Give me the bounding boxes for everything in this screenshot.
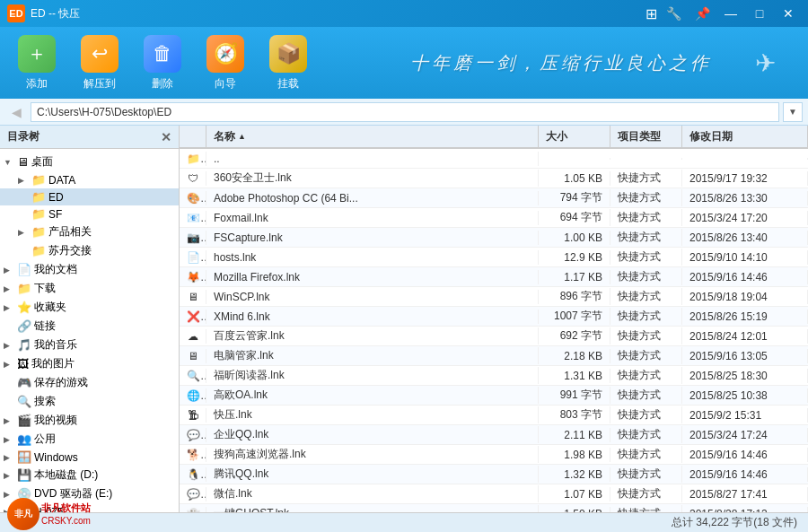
file-cell-type: 快捷方式 bbox=[610, 170, 682, 187]
tree-folder-icon: 📁 bbox=[31, 173, 46, 187]
table-row[interactable]: 🌐 高欧OA.lnk 991 字节 快捷方式 2015/8/25 10:38 bbox=[180, 386, 808, 406]
tree-item[interactable]: ▶🎬我的视频 bbox=[0, 411, 179, 430]
table-row[interactable]: 💬 微信.lnk 1.07 KB 快捷方式 2015/8/27 17:41 bbox=[180, 484, 808, 504]
file-cell-name: WinSCP.lnk bbox=[206, 290, 539, 304]
file-cell-date: 2015/9/17 19:32 bbox=[682, 171, 808, 186]
file-row-up[interactable]: 📁 .. bbox=[180, 149, 808, 169]
table-row[interactable]: 🐧 腾讯QQ.lnk 1.32 KB 快捷方式 2015/9/16 14:46 bbox=[180, 465, 808, 484]
path-dropdown[interactable]: ▼ bbox=[783, 102, 803, 122]
tree-item[interactable]: ▶📁产品相关 bbox=[0, 222, 179, 241]
titlebar: ED ED -- 快压 ⊞ 🔧 📌 — □ ✕ bbox=[0, 0, 808, 27]
tree-arrow-icon: ▶ bbox=[4, 490, 14, 499]
wizard-label: 向导 bbox=[215, 76, 236, 92]
banner: 十年磨一剑，压缩行业良心之作 ✈ bbox=[329, 27, 794, 99]
tree-item[interactable]: 🔍搜索 bbox=[0, 392, 179, 411]
maximize-button[interactable]: □ bbox=[747, 4, 772, 22]
table-row[interactable]: 🔍 福昕阅读器.lnk 1.31 KB 快捷方式 2015/8/25 18:30 bbox=[180, 366, 808, 386]
statusbar: 总计 34,222 字节(18 文件) bbox=[0, 512, 808, 532]
tree-arrow-icon: ▶ bbox=[4, 303, 14, 312]
delete-button[interactable]: 🗑 删除 bbox=[140, 35, 185, 92]
col-header-type[interactable]: 项目类型 bbox=[610, 126, 682, 147]
col-header-date[interactable]: 修改日期 bbox=[682, 126, 808, 147]
file-cell-name: 百度云管家.lnk bbox=[206, 327, 539, 344]
file-cell-size: 1.07 KB bbox=[539, 487, 610, 501]
pin-button[interactable]: 📌 bbox=[689, 4, 715, 22]
tree-item-label: 产品相关 bbox=[48, 224, 92, 240]
tree-item[interactable]: ▶💾本地磁盘 (D:) bbox=[0, 466, 179, 484]
file-cell-size: 803 字节 bbox=[539, 406, 610, 423]
close-button[interactable]: ✕ bbox=[776, 4, 801, 22]
tree-folder-icon: ⭐ bbox=[17, 301, 31, 314]
table-row[interactable]: 📧 Foxmail.lnk 694 字节 快捷方式 2015/3/24 17:2… bbox=[180, 208, 808, 228]
watermark-line2: CRSKY.com bbox=[41, 515, 91, 527]
path-display[interactable]: C:\Users\H-075\Desktop\ED bbox=[31, 102, 779, 122]
table-row[interactable]: 🖥 WinSCP.lnk 896 字节 快捷方式 2015/9/18 19:04 bbox=[180, 287, 808, 307]
mount-button[interactable]: 📦 挂载 bbox=[266, 35, 311, 92]
tree-item[interactable]: ▶📁DATA bbox=[0, 171, 179, 188]
tree-item[interactable]: ▼🖥桌面 bbox=[0, 153, 179, 171]
tree-item[interactable]: ▶📁下载 bbox=[0, 279, 179, 298]
tree-item[interactable]: ▶🪟Windows bbox=[0, 449, 179, 466]
tree-item[interactable]: ▶📄我的文档 bbox=[0, 260, 179, 279]
tree-item[interactable]: ▶🎵我的音乐 bbox=[0, 336, 179, 354]
table-row[interactable]: 📷 FSCapture.lnk 1.00 KB 快捷方式 2015/8/26 1… bbox=[180, 228, 808, 248]
tools-button[interactable]: 🔧 bbox=[661, 4, 686, 22]
table-row[interactable]: 📄 hosts.lnk 12.9 KB 快捷方式 2015/9/10 14:10 bbox=[180, 248, 808, 267]
sidebar-title: 目录树 bbox=[7, 129, 40, 144]
table-row[interactable]: 💬 企业QQ.lnk 2.11 KB 快捷方式 2015/3/24 17:24 bbox=[180, 425, 808, 445]
table-row[interactable]: 👻 一键GHOST.lnk 1.50 KB 快捷方式 2015/8/28 17:… bbox=[180, 504, 808, 512]
file-cell-icon: 🐧 bbox=[180, 467, 206, 482]
file-cell-type: 快捷方式 bbox=[610, 406, 682, 423]
table-row[interactable]: 🐕 搜狗高速浏览器.lnk 1.98 KB 快捷方式 2015/9/16 14:… bbox=[180, 445, 808, 465]
add-button[interactable]: ＋ 添加 bbox=[14, 35, 59, 92]
table-row[interactable]: 🛡 360安全卫士.lnk 1.05 KB 快捷方式 2015/9/17 19:… bbox=[180, 169, 808, 188]
tree-item[interactable]: 🎮保存的游戏 bbox=[0, 373, 179, 392]
file-cell-date: 2015/9/16 14:46 bbox=[682, 448, 808, 462]
tree-folder-icon: 📁 bbox=[31, 225, 46, 239]
tree-arrow-icon: ▶ bbox=[4, 416, 14, 425]
tree-item-label: 我的文档 bbox=[34, 262, 77, 277]
tree-item[interactable]: ▶🖼我的图片 bbox=[0, 354, 179, 373]
grid-icon[interactable]: ⊞ bbox=[646, 5, 657, 22]
filelist-header: 名称 ▲ 大小 项目类型 修改日期 bbox=[180, 126, 808, 149]
file-cell-type: 快捷方式 bbox=[610, 347, 682, 364]
file-cell-name: FSCapture.lnk bbox=[206, 231, 539, 245]
tree-arrow-icon: ▶ bbox=[4, 266, 14, 275]
tree-item[interactable]: 🔗链接 bbox=[0, 317, 179, 336]
sidebar-close-button[interactable]: ✕ bbox=[161, 130, 171, 144]
tree-item-label: 下载 bbox=[34, 281, 56, 296]
back-button[interactable]: ◀ bbox=[5, 101, 27, 123]
file-cell-icon: 🖥 bbox=[180, 349, 206, 363]
delete-icon: 🗑 bbox=[144, 35, 181, 73]
file-cell-type: 快捷方式 bbox=[610, 387, 682, 404]
table-row[interactable]: 🦊 Mozilla Firefox.lnk 1.17 KB 快捷方式 2015/… bbox=[180, 267, 808, 287]
extract-icon: ↩ bbox=[81, 35, 119, 73]
file-cell-size: 794 字节 bbox=[539, 189, 610, 206]
wizard-button[interactable]: 🧭 向导 bbox=[203, 35, 248, 92]
col-header-size[interactable]: 大小 bbox=[539, 126, 610, 147]
table-row[interactable]: 🎨 Adobe Photoshop CC (64 Bi... 794 字节 快捷… bbox=[180, 188, 808, 208]
table-row[interactable]: ☁ 百度云管家.lnk 692 字节 快捷方式 2015/8/24 12:01 bbox=[180, 327, 808, 346]
filelist: 名称 ▲ 大小 项目类型 修改日期 📁 .. 🛡 360安全卫士.lnk 1.0… bbox=[180, 126, 808, 512]
file-cell-date: 2015/3/24 17:20 bbox=[682, 211, 808, 225]
tree-item[interactable]: 📁ED bbox=[0, 188, 179, 205]
tree-arrow-icon: ▶ bbox=[4, 435, 14, 444]
tree-item[interactable]: 📁SF bbox=[0, 205, 179, 222]
tree-arrow-icon: ▶ bbox=[4, 360, 14, 369]
minimize-button[interactable]: — bbox=[718, 4, 743, 22]
tree-item[interactable]: ▶⭐收藏夹 bbox=[0, 298, 179, 317]
file-cell-size: 1.98 KB bbox=[539, 448, 610, 462]
table-row[interactable]: 🖥 电脑管家.lnk 2.18 KB 快捷方式 2015/9/16 13:05 bbox=[180, 346, 808, 366]
tree-item[interactable]: 📁苏丹交接 bbox=[0, 241, 179, 260]
navbar: ◀ C:\Users\H-075\Desktop\ED ▼ bbox=[0, 99, 808, 126]
file-cell-icon: 🐕 bbox=[180, 448, 206, 462]
file-cell-type: 快捷方式 bbox=[610, 249, 682, 266]
extract-button[interactable]: ↩ 解压到 bbox=[77, 35, 122, 92]
table-row[interactable]: 🗜 快压.lnk 803 字节 快捷方式 2015/9/2 15:31 bbox=[180, 406, 808, 425]
sidebar-header: 目录树 ✕ bbox=[0, 126, 179, 149]
file-cell-type: 快捷方式 bbox=[610, 426, 682, 443]
table-row[interactable]: ❌ XMind 6.lnk 1007 字节 快捷方式 2015/8/26 15:… bbox=[180, 307, 808, 327]
tree-item[interactable]: ▶👥公用 bbox=[0, 430, 179, 449]
col-header-name[interactable]: 名称 ▲ bbox=[206, 126, 539, 147]
file-cell-name: 快压.lnk bbox=[206, 406, 539, 423]
